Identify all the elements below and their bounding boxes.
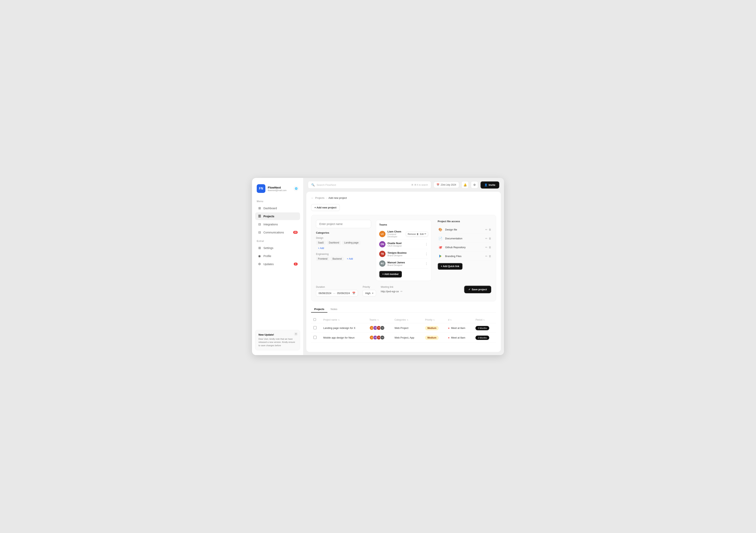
row-categories-0: Web Project bbox=[392, 323, 423, 333]
breadcrumb-parent[interactable]: Projects bbox=[315, 197, 324, 200]
integrations-icon: ⊟ bbox=[257, 223, 261, 226]
breadcrumb-separator: › bbox=[326, 197, 327, 200]
edit-file-icon-2[interactable]: ✏ bbox=[485, 246, 487, 249]
search-bar[interactable]: 🔍 Search FlowNext ⌘ ⌘ K to search bbox=[308, 181, 431, 189]
col-header-period: Period ⇅ bbox=[473, 317, 496, 323]
remove-member-button[interactable]: Remove 🗑 bbox=[408, 233, 419, 235]
globe-icon[interactable]: 🌐 bbox=[294, 186, 298, 191]
member-avatar-0: LC bbox=[379, 231, 386, 237]
breadcrumb: ← Projects › Add new project bbox=[311, 197, 496, 200]
file-actions-3: ✏ 🗑 bbox=[485, 255, 491, 258]
sidebar-item-settings[interactable]: ⊞ Settings bbox=[255, 244, 300, 252]
menu-section: Menu ⊞ Dashboard ☰ Projects ⊟ Integratio… bbox=[255, 200, 300, 237]
row-meeting-1: ● Meet at 8am bbox=[446, 333, 473, 342]
category-group-design: Design SaaS Dashbord Landing page + Add bbox=[316, 237, 371, 250]
category-tags: Frontend Backend + Add bbox=[316, 257, 371, 261]
teams-panel-title: Teams bbox=[379, 223, 428, 226]
sort-icon-categories: ⇅ bbox=[407, 319, 408, 321]
close-icon[interactable]: ✕ bbox=[294, 332, 298, 336]
sidebar-item-label: Integrations bbox=[263, 223, 278, 226]
priority-label: Priority bbox=[363, 285, 376, 288]
save-project-button[interactable]: ✓ Save project bbox=[464, 285, 491, 293]
add-engineering-tag-button[interactable]: + Add bbox=[345, 257, 355, 261]
delete-file-icon-1[interactable]: 🗑 bbox=[489, 237, 491, 240]
row-checkbox-0[interactable] bbox=[313, 326, 316, 329]
main-panel: ← Projects › Add new project + Add new p… bbox=[306, 192, 501, 352]
row-checkbox-1[interactable] bbox=[313, 336, 316, 339]
edit-file-icon-3[interactable]: ✏ bbox=[485, 255, 487, 258]
team-member-0: LC Liam Chem Frontend Developer Remove 🗑 bbox=[379, 228, 428, 240]
delete-file-icon-2[interactable]: 🗑 bbox=[489, 246, 491, 249]
duration-section: Duration 06/08/2024 — 05/09/2024 📅 bbox=[316, 285, 358, 296]
add-quick-link-button[interactable]: + Add Quick link bbox=[438, 263, 463, 270]
row-period-0: 3 Months bbox=[473, 323, 496, 333]
invite-button[interactable]: 👤 Invite bbox=[480, 181, 499, 189]
select-all-checkbox[interactable] bbox=[313, 318, 316, 321]
tab-notes[interactable]: Notes bbox=[327, 306, 340, 312]
member-role-2: Brand Designer bbox=[388, 254, 423, 257]
edit-meeting-icon[interactable]: ✏ bbox=[400, 290, 403, 293]
tag-frontend[interactable]: Frontend bbox=[316, 257, 329, 261]
breadcrumb-current: Add new project bbox=[328, 197, 347, 200]
tag-saas[interactable]: SaaS bbox=[316, 241, 326, 245]
date-end: 05/09/2024 bbox=[337, 292, 350, 295]
edit-file-icon-0[interactable]: ✏ bbox=[485, 228, 487, 231]
sidebar-item-projects[interactable]: ☰ Projects bbox=[255, 212, 300, 220]
edit-member-button[interactable]: Edit ✏ bbox=[420, 233, 426, 235]
brand-header: FN FlowNext flownext@mail.com 🌐 bbox=[255, 183, 300, 195]
calendar-icon[interactable]: 📅 bbox=[352, 292, 355, 295]
project-name-input[interactable] bbox=[316, 220, 371, 228]
section-tabs: Projects Notes bbox=[311, 306, 496, 313]
notifications-button[interactable]: 🔔 bbox=[462, 181, 469, 188]
priority-badge-0: Medium bbox=[425, 326, 439, 330]
add-member-button[interactable]: + Add member bbox=[379, 271, 402, 278]
priority-badge-1: Medium bbox=[425, 335, 439, 340]
avatar-count-0: +6 bbox=[380, 326, 385, 330]
form-row-top: Categories Design SaaS Dashbord Landing … bbox=[316, 220, 491, 281]
tab-projects[interactable]: Projects bbox=[311, 306, 327, 312]
sidebar-item-dashboard[interactable]: ⊞ Dashboard bbox=[255, 204, 300, 212]
back-arrow-icon[interactable]: ← bbox=[311, 197, 313, 200]
add-design-tag-button[interactable]: + Add bbox=[316, 246, 326, 250]
member-more-icon-3[interactable]: ⋮ bbox=[425, 262, 428, 266]
extra-label: Extral bbox=[255, 240, 300, 243]
sidebar-item-label: Dashboard bbox=[263, 207, 277, 210]
file-item-3: Branding Files ✏ 🗑 bbox=[438, 252, 491, 261]
category-group-name: Engineering bbox=[316, 253, 371, 255]
member-name-1: Osaite Nuel bbox=[388, 242, 423, 245]
brand-name: FlowNext bbox=[268, 186, 291, 189]
delete-file-icon-0[interactable]: 🗑 bbox=[489, 228, 491, 231]
priority-select[interactable]: High ▾ bbox=[363, 290, 376, 296]
tag-backend[interactable]: Backend bbox=[331, 257, 344, 261]
topbar: 🔍 Search FlowNext ⌘ ⌘ K to search 📅 23rd… bbox=[303, 178, 504, 192]
sidebar-item-communications[interactable]: ⊟ Communications 23 bbox=[255, 228, 300, 236]
add-new-project-button[interactable]: + Add new project bbox=[311, 204, 340, 211]
row-categories-1: Web Project, App bbox=[392, 333, 423, 342]
menu-label: Menu bbox=[255, 200, 300, 203]
settings-button[interactable]: ⚙ bbox=[471, 181, 478, 188]
project-name-section: Categories Design SaaS Dashbord Landing … bbox=[316, 220, 371, 281]
row-period-1: 3 Months bbox=[473, 333, 496, 342]
tag-dashbord[interactable]: Dashbord bbox=[327, 241, 341, 245]
col-header-name: Project name ⇅ bbox=[321, 317, 367, 323]
table-row: Landing page redesign for X L O T +6 Web… bbox=[311, 323, 496, 333]
delete-file-icon-3[interactable]: 🗑 bbox=[489, 255, 491, 258]
extra-section: Extral ⊞ Settings ◉ Profile ⚙ Updates 1 bbox=[255, 240, 300, 268]
member-avatar-3: MJ bbox=[379, 260, 386, 267]
sidebar-item-updates[interactable]: ⚙ Updates 1 bbox=[255, 260, 300, 268]
member-more-icon-2[interactable]: ⋮ bbox=[425, 252, 428, 256]
update-text: Dear User, kindly note that we have rele… bbox=[258, 337, 297, 347]
settings-icon: ⊞ bbox=[257, 246, 261, 250]
meeting-dot-1: ● bbox=[448, 336, 450, 339]
sidebar-item-profile[interactable]: ◉ Profile bbox=[255, 252, 300, 260]
search-input[interactable]: Search FlowNext bbox=[316, 183, 409, 186]
keyboard-icon: ⌘ bbox=[411, 184, 414, 186]
file-access-title: Project file access bbox=[438, 220, 491, 223]
edit-file-icon-1[interactable]: ✏ bbox=[485, 237, 487, 240]
projects-section: Projects Notes Project name ⇅ bbox=[311, 306, 496, 342]
file-item-0: 🎨 Design file ✏ 🗑 bbox=[438, 225, 491, 234]
tag-landing-page[interactable]: Landing page bbox=[342, 241, 361, 245]
sidebar-item-integrations[interactable]: ⊟ Integrations bbox=[255, 221, 300, 228]
member-more-icon-1[interactable]: ⋮ bbox=[425, 243, 428, 246]
brand-logo: FN bbox=[257, 184, 265, 193]
